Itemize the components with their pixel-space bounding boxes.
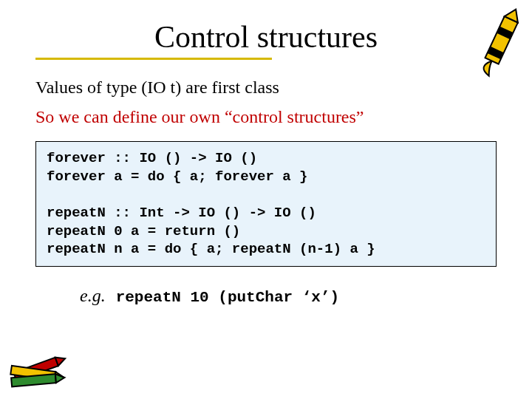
code-block: forever :: IO () -> IO () forever a = do…	[35, 141, 497, 267]
slide: Control structures Values of type (IO t)…	[0, 0, 532, 399]
example-code: repeatN 10 (putChar ‘x’)	[116, 289, 339, 306]
title-underline	[35, 58, 272, 60]
crayons-cluster-icon	[6, 341, 72, 393]
example-prefix: e.g.	[80, 286, 106, 305]
slide-title: Control structures	[35, 19, 497, 55]
body-line-1: Values of type (IO t) are first class	[35, 76, 497, 98]
body-line-2: So we can define our own “control struct…	[35, 106, 497, 128]
yellow-crayon-icon	[474, 6, 526, 80]
svg-marker-5	[55, 355, 66, 366]
example-line: e.g. repeatN 10 (putChar ‘x’)	[80, 286, 497, 306]
